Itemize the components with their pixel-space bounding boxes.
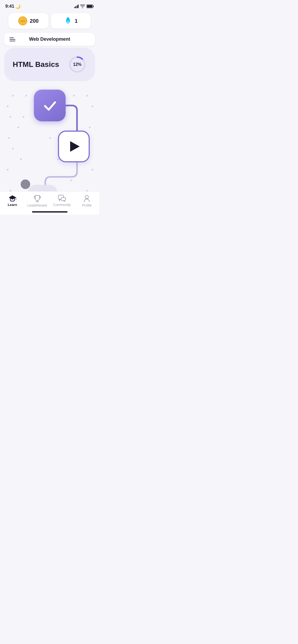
progress-text: 12%: [73, 62, 82, 67]
code-coin-icon: </>: [18, 16, 27, 25]
svg-rect-1: [87, 5, 92, 8]
hamburger-line-2: [10, 39, 15, 40]
trophy-icon: [34, 195, 41, 202]
module-card[interactable]: HTML Basics 12%: [4, 48, 95, 81]
nav-learn[interactable]: Learn: [0, 195, 25, 207]
streak-value: 1: [75, 18, 78, 24]
checkmark-icon: [42, 98, 58, 113]
status-time: 9:41: [5, 4, 14, 9]
stats-bar: </> 200 1: [4, 11, 95, 31]
locked-dot: [21, 180, 30, 189]
nav-leaderboard-label: Leaderboard: [28, 203, 47, 207]
wifi-icon: [80, 4, 85, 8]
svg-point-17: [85, 195, 88, 199]
completed-step[interactable]: [34, 90, 66, 121]
bottom-nav: Learn Leaderboard Community Profile: [0, 191, 99, 215]
battery-icon: [87, 4, 94, 8]
coins-stat: </> 200: [8, 13, 48, 29]
home-indicator: [32, 211, 67, 213]
menu-button[interactable]: [10, 38, 15, 41]
nav-community-label: Community: [53, 203, 71, 207]
graduation-cap-icon: [9, 195, 16, 202]
main-content: HTML Basics 12%: [0, 48, 99, 210]
flame-icon: [64, 16, 72, 25]
active-step[interactable]: [58, 131, 90, 162]
svg-text:</>: </>: [20, 19, 25, 23]
person-icon: [84, 195, 90, 202]
moon-icon: 🌙: [15, 4, 21, 9]
module-title: HTML Basics: [13, 60, 59, 69]
hamburger-line-3: [10, 41, 15, 41]
chat-bubbles-icon: [58, 195, 66, 202]
nav-profile[interactable]: Profile: [74, 195, 99, 207]
nav-learn-label: Learn: [8, 203, 17, 207]
progress-circle: 12%: [68, 55, 87, 74]
signal-icon: [74, 4, 79, 8]
streak-stat: 1: [51, 13, 91, 29]
coins-value: 200: [30, 18, 39, 24]
course-header: Web Development: [4, 33, 95, 46]
status-icons: [74, 4, 94, 8]
svg-rect-16: [61, 197, 66, 201]
svg-marker-11: [9, 195, 16, 200]
nav-leaderboard[interactable]: Leaderboard: [25, 195, 50, 207]
course-title: Web Development: [20, 36, 90, 42]
nav-profile-label: Profile: [82, 203, 92, 207]
hamburger-line-1: [10, 38, 14, 38]
status-bar: 9:41 🌙: [0, 0, 99, 11]
play-icon: [70, 141, 80, 152]
nav-community[interactable]: Community: [50, 195, 75, 207]
